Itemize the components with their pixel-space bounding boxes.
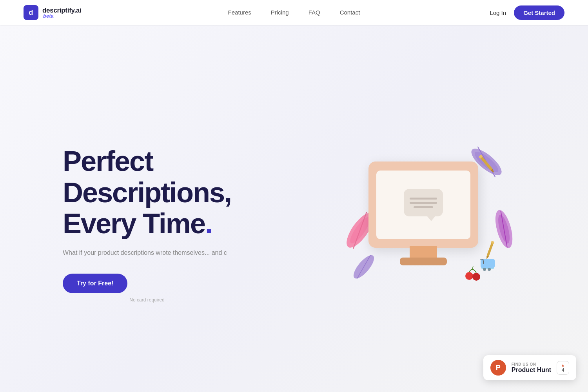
svg-point-21 (483, 268, 486, 271)
upvote-arrow-icon: ▲ (561, 363, 565, 367)
chat-bubble (404, 189, 443, 216)
navbar: d descriptify.ai beta Features Pricing F… (0, 0, 588, 25)
chat-tail (427, 216, 435, 221)
svg-rect-14 (486, 241, 494, 256)
nav-link-pricing[interactable]: Pricing (271, 9, 289, 16)
nav-link-faq[interactable]: FAQ (309, 9, 320, 16)
try-free-button[interactable]: Try for Free! (63, 274, 127, 293)
product-hunt-find-us: FIND US ON (512, 362, 551, 367)
feather-purple-right-icon (488, 207, 521, 258)
monitor-screen (376, 171, 470, 239)
hero-subtitle: What if your product descriptions wrote … (63, 248, 231, 258)
chat-icon (404, 189, 443, 220)
logo-text: descriptify.ai beta (42, 7, 81, 18)
nav-link-contact[interactable]: Contact (340, 9, 360, 16)
product-hunt-logo: P (490, 360, 506, 376)
hero-illustration (337, 130, 525, 318)
nav-actions: Log In Get Started (490, 5, 564, 20)
nav-link-features[interactable]: Features (228, 9, 251, 16)
svg-point-23 (465, 272, 473, 280)
logo-link[interactable]: d descriptify.ai beta (24, 5, 81, 20)
upvote-count: 4 (562, 367, 564, 373)
monitor-base (400, 258, 447, 265)
hero-title: Perfect Descriptions, Every Time. (63, 146, 231, 239)
chat-line-3 (414, 206, 433, 208)
hero-title-line3: Every Time. (63, 208, 212, 239)
monitor-body (368, 162, 478, 248)
logo-beta-text: beta (43, 13, 81, 18)
product-hunt-text: FIND US ON Product Hunt (512, 362, 551, 374)
nav-links: Features Pricing FAQ Contact (228, 9, 360, 16)
svg-point-24 (472, 273, 480, 281)
product-hunt-upvote[interactable]: ▲ 4 (557, 361, 569, 375)
hero-text: Perfect Descriptions, Every Time. What i… (63, 146, 231, 302)
product-hunt-badge[interactable]: P FIND US ON Product Hunt ▲ 4 (483, 355, 576, 380)
svg-line-25 (472, 266, 473, 269)
cherries-icon (465, 264, 482, 285)
chat-line-1 (410, 198, 437, 200)
get-started-button[interactable]: Get Started (514, 5, 564, 20)
svg-point-22 (488, 268, 491, 271)
logo-main-text: descriptify.ai (42, 7, 81, 14)
hero-section: Perfect Descriptions, Every Time. What i… (0, 25, 588, 392)
logo-icon: d (24, 5, 38, 20)
no-card-label: No card required (63, 297, 231, 303)
chat-line-2 (410, 202, 437, 204)
login-button[interactable]: Log In (490, 9, 506, 16)
product-hunt-name: Product Hunt (512, 367, 551, 374)
svg-rect-18 (481, 259, 495, 268)
